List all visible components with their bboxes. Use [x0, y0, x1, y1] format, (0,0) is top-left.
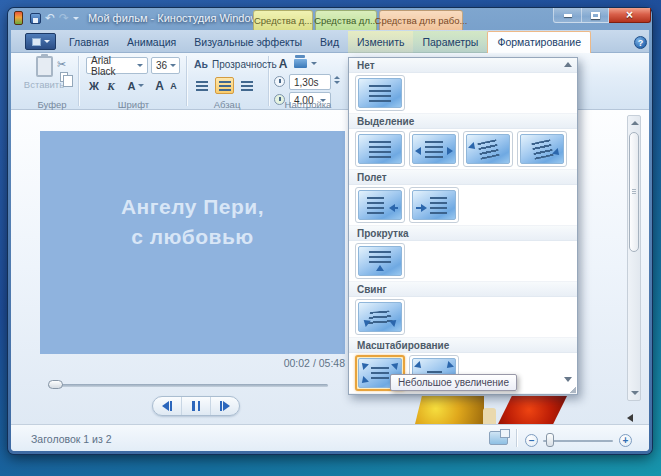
- group-divider: [186, 56, 187, 106]
- redo-icon: ↷: [59, 12, 69, 24]
- scroll-down-icon[interactable]: [631, 391, 639, 395]
- text-effect-button[interactable]: А: [275, 55, 291, 72]
- zoom-in-button[interactable]: +: [619, 434, 632, 447]
- desktop: ↶ ↷ Мой фильм - Киностудия Windows ... С…: [0, 0, 661, 476]
- tab-animation[interactable]: Анимация: [118, 31, 185, 53]
- group-label-clipboard: Буфер: [27, 99, 77, 110]
- shrink-font-button[interactable]: А: [167, 77, 180, 94]
- window-title: Мой фильм - Киностудия Windows ...: [88, 12, 276, 24]
- bold-button[interactable]: Ж: [86, 77, 102, 94]
- font-size-select[interactable]: 36: [151, 57, 180, 74]
- tab-home[interactable]: Главная: [60, 31, 118, 53]
- cut-icon[interactable]: ✂: [57, 58, 66, 70]
- scroll-up-icon[interactable]: [631, 121, 639, 125]
- quick-access-toolbar: ↶ ↷: [30, 10, 79, 26]
- group-divider: [78, 56, 79, 106]
- duration-spinner[interactable]: [334, 76, 340, 84]
- storyboard-clip-red-flower[interactable]: [498, 396, 567, 424]
- tab-options[interactable]: Параметры: [413, 31, 487, 53]
- app-icon: [14, 11, 23, 25]
- align-right-button[interactable]: [236, 77, 255, 94]
- group-label-font: Шрифт: [86, 99, 181, 110]
- contextual-group-video-tools: Средства д...: [253, 10, 313, 30]
- help-icon[interactable]: ?: [634, 36, 647, 49]
- maximize-button[interactable]: [582, 8, 609, 23]
- section-header-swing: Свинг: [349, 282, 577, 297]
- storyboard-clip-partial[interactable]: [483, 408, 496, 424]
- transparency-icon: Аь: [194, 58, 208, 70]
- tab-edit[interactable]: Изменить: [348, 31, 413, 53]
- effect-fly-out-left[interactable]: [355, 187, 405, 223]
- effect-swing[interactable]: [355, 299, 405, 335]
- group-label-paragraph: Абзац: [194, 99, 260, 110]
- gallery-resize-grip[interactable]: [569, 386, 576, 393]
- paste-button[interactable]: Вставить: [27, 56, 61, 103]
- section-header-zoom: Масштабирование: [349, 338, 577, 353]
- duration-input[interactable]: 1,30s: [289, 74, 331, 90]
- section-header-fly: Полет: [349, 170, 577, 185]
- tab-view[interactable]: Вид: [311, 31, 348, 53]
- status-bar: Заголовок 1 из 2 – +: [11, 424, 649, 451]
- divider: [516, 429, 517, 447]
- application-menu-icon: [32, 38, 41, 46]
- qat-dropdown-icon[interactable]: [73, 17, 79, 23]
- align-left-button[interactable]: [194, 77, 213, 94]
- tab-format[interactable]: Форматирование: [487, 31, 591, 53]
- align-center-button[interactable]: [215, 77, 234, 94]
- thumbnail-size-icon[interactable]: [489, 431, 508, 445]
- minimize-button[interactable]: [553, 8, 582, 23]
- storyboard-scrollbar[interactable]: [627, 115, 641, 401]
- font-family-select[interactable]: Arial Black: [86, 57, 148, 74]
- chevron-down-icon: [44, 40, 50, 46]
- duration-clock-icon: [274, 76, 285, 87]
- effect-fly-in-right[interactable]: [409, 187, 459, 223]
- gallery-scroll-down-icon[interactable]: [564, 377, 572, 382]
- effect-emphasis-1[interactable]: [355, 131, 405, 167]
- effect-emphasis-2[interactable]: [409, 131, 459, 167]
- contextual-group-music-tools: Средства дл...: [315, 10, 377, 30]
- font-color-button[interactable]: А: [124, 77, 148, 94]
- effect-none[interactable]: [355, 75, 405, 111]
- section-header-scroll: Прокрутка: [349, 226, 577, 241]
- application-menu-button[interactable]: [25, 33, 56, 50]
- transparency-button[interactable]: Аь Прозрачность: [194, 56, 277, 72]
- effect-emphasis-4[interactable]: [517, 131, 567, 167]
- clipboard-icon: [36, 56, 53, 77]
- storyboard-end-marker: [627, 414, 633, 422]
- tooltip: Небольшое увеличение: [390, 374, 517, 391]
- text-effects-gallery: Нет Выделение Полет Прокрутка: [348, 57, 578, 395]
- storyboard-clip-yellow-flowers[interactable]: [415, 396, 484, 424]
- italic-button[interactable]: К: [103, 77, 119, 94]
- zoom-slider-thumb[interactable]: [546, 433, 554, 447]
- paint-bucket-icon: [294, 59, 307, 68]
- effect-scroll-up[interactable]: [355, 243, 405, 279]
- section-header-emphasis: Выделение: [349, 114, 577, 129]
- undo-icon[interactable]: ↶: [45, 12, 55, 24]
- background-color-button[interactable]: [294, 55, 317, 68]
- scrollbar-thumb[interactable]: [629, 132, 639, 252]
- contextual-group-text-tools: Средства для рабо...: [379, 10, 463, 30]
- zoom-out-button[interactable]: –: [525, 434, 538, 447]
- section-header-none: Нет: [349, 58, 577, 73]
- gallery-scroll-up-icon[interactable]: [564, 62, 572, 67]
- close-button[interactable]: ×: [609, 8, 651, 23]
- group-label-settings: Настройка: [270, 99, 346, 110]
- tab-visual-effects[interactable]: Визуальные эффекты: [185, 31, 311, 53]
- copy-icon[interactable]: [60, 72, 68, 82]
- window-controls: ×: [553, 8, 651, 23]
- save-icon[interactable]: [30, 13, 41, 24]
- effect-emphasis-3[interactable]: [463, 131, 513, 167]
- grow-font-button[interactable]: А: [152, 77, 167, 94]
- status-text: Заголовок 1 из 2: [31, 433, 111, 445]
